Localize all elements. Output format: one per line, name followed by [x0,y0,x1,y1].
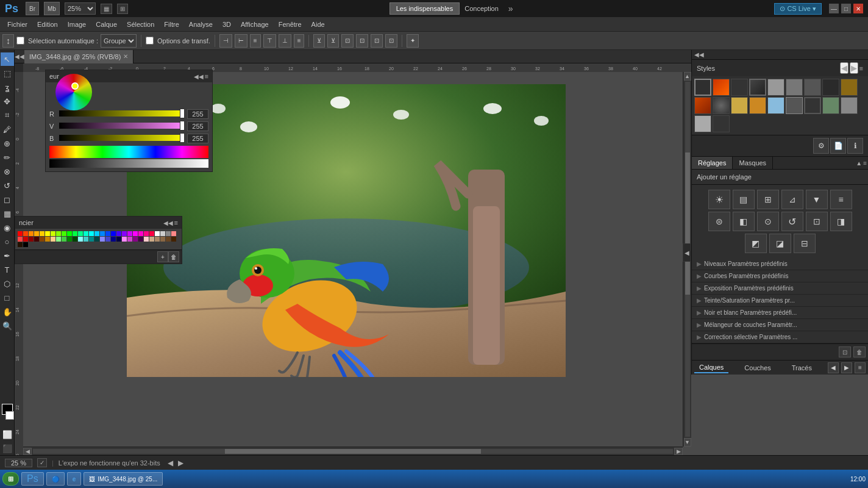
tab-traces[interactable]: Tracés [787,363,817,373]
reglage-icon-saturation[interactable]: ≡ [830,190,852,209]
swatch-20[interactable] [127,231,132,236]
swatch-51[interactable] [138,237,143,242]
swatch-50[interactable] [133,237,138,242]
style-swatch-17[interactable] [822,97,839,114]
scroll-left-btn[interactable]: ◀ [23,448,32,455]
swatch-31[interactable] [29,237,34,242]
menu-affichage[interactable]: Affichage [236,20,274,29]
align-btn-2[interactable]: ⊢ [235,34,247,48]
style-swatch-1[interactable] [694,79,711,96]
reglage-icon-invert[interactable]: ⊡ [806,212,828,231]
selection-tool[interactable]: ⬚ [1,66,14,80]
tab-close-icon[interactable]: ✕ [123,53,128,60]
swatch-6[interactable] [51,231,55,236]
swatch-44[interactable] [100,237,105,242]
background-color[interactable] [5,411,14,420]
path-tool[interactable]: ⬡ [1,277,14,290]
swatch-36[interactable] [56,237,61,242]
nuancier-menu[interactable]: ≡ [174,219,178,226]
align-btn-4[interactable]: ⊤ [263,34,276,48]
dist-btn-2[interactable]: ⊻ [327,34,339,48]
zoom-select[interactable]: 25%50%100% [65,2,96,15]
dist-btn-4[interactable]: ⊡ [356,34,368,48]
swatch-11[interactable] [78,231,83,236]
style-swatch-19[interactable] [694,115,711,132]
taskbar-app-3[interactable]: e [67,472,82,486]
quick-mask-btn[interactable]: ⬜ [1,428,14,441]
style-swatch-13[interactable] [749,97,766,114]
status-zoom-input[interactable] [5,459,32,467]
rtool-1[interactable]: ⚙ [813,138,829,154]
shape-tool[interactable]: □ [1,291,14,304]
eyedropper-tool[interactable]: 🖉 [1,123,14,136]
crop-tool[interactable]: ⌗ [1,109,14,122]
hue-gradient-bar[interactable] [49,146,208,158]
menu-3d[interactable]: 3D [218,20,236,29]
start-button[interactable]: ⊞ [2,472,19,486]
swatch-7[interactable] [56,231,61,236]
taskbar-app-1[interactable]: Ps [21,472,44,486]
history-tool[interactable]: ↺ [1,179,14,192]
b-slider[interactable] [59,135,185,141]
align-btn-3[interactable]: ≡ [250,34,261,48]
styles-menu[interactable]: ≡ [859,62,863,74]
scroll-right-btn[interactable]: ▶ [674,448,683,455]
swatch-52[interactable] [144,237,149,242]
style-swatch-7[interactable] [804,79,821,96]
h-scrollbar[interactable]: ◀ ▶ [23,447,683,455]
reglages-collapse[interactable]: ▲ [856,158,862,168]
bottom-icon-left[interactable]: ◀ [828,362,839,373]
swatch-49[interactable] [127,237,132,242]
reglage-icon-hue[interactable]: ▼ [806,190,828,209]
swatch-9[interactable] [67,231,72,236]
brightness-bar[interactable] [49,159,208,168]
swatch-35[interactable] [51,237,55,242]
menu-fenetre[interactable]: Fenêtre [274,20,307,29]
swatch-41[interactable] [84,237,88,242]
reglage-icon-selective[interactable]: ⊟ [794,234,816,253]
reglage-icon-brightness[interactable]: ☀ [708,190,730,209]
swatch-17[interactable] [111,231,116,236]
swatch-5[interactable] [45,231,50,236]
style-swatch-11[interactable] [713,97,730,114]
zoom-tool[interactable]: 🔍 [1,319,14,332]
quick-select-tool[interactable]: ✥ [1,95,14,108]
menu-calque[interactable]: Calque [91,20,122,29]
swatch-34[interactable] [45,237,50,242]
swatch-42[interactable] [89,237,94,242]
swatch-45[interactable] [105,237,110,242]
taskbar-app-2[interactable]: 🔵 [46,472,65,486]
styles-arrow-left[interactable]: ◀ [840,62,848,74]
swatch-37[interactable] [62,237,66,242]
cs-live-button[interactable]: ⊙ CS Live ▾ [774,3,822,15]
clone-tool[interactable]: ⊗ [1,165,14,178]
r-value-input[interactable]: 255 [187,109,208,119]
swatch-59[interactable] [23,242,28,247]
swatch-23[interactable] [144,231,149,236]
panel-collapse-left[interactable]: ◀◀ [15,53,24,60]
style-swatch-4[interactable] [749,79,766,96]
align-btn-1[interactable]: ⊣ [219,34,232,48]
screen-mode-btn[interactable]: ⬛ [1,442,14,455]
reglage-icon-curves[interactable]: ⊞ [757,190,779,209]
options-transf-checkbox[interactable] [146,37,154,45]
nuancier-collapse[interactable]: ◀◀ [163,219,173,226]
swatch-2[interactable] [29,231,34,236]
extra-btn[interactable]: ✦ [407,34,419,48]
swatch-32[interactable] [34,237,39,242]
swatch-48[interactable] [122,237,127,242]
rtool-2[interactable]: 📄 [830,138,846,154]
style-swatch-16[interactable] [804,97,821,114]
align-btn-6[interactable]: ≡ [294,34,305,48]
style-swatch-12[interactable] [731,97,748,114]
blur-tool[interactable]: ◉ [1,221,14,234]
dist-btn-3[interactable]: ⊡ [341,34,354,48]
swatch-22[interactable] [138,231,143,236]
move-tool[interactable]: ↖ [1,52,14,66]
swatch-27[interactable] [166,231,171,236]
reglage-item-1[interactable]: ▶ Niveaux Paramètres prédéfinis [692,258,868,270]
swatch-10[interactable] [73,231,77,236]
healing-tool[interactable]: ⊕ [1,137,14,150]
dist-btn-6[interactable]: ⊡ [385,34,397,48]
reglage-icon-threshold[interactable]: ◩ [745,234,767,253]
